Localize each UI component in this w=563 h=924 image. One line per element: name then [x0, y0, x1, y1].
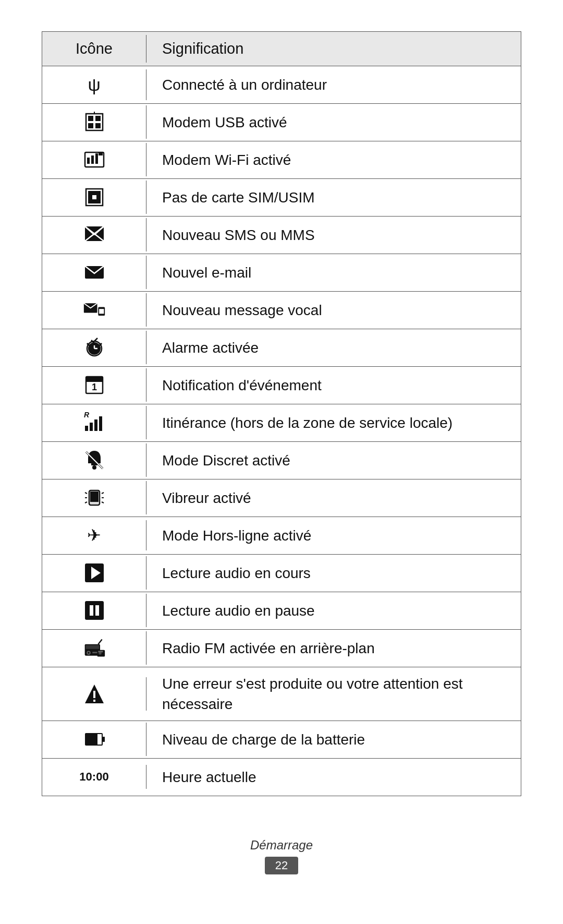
- description-modem-usb: Modem USB activé: [146, 106, 521, 139]
- svg-text:1: 1: [91, 382, 96, 392]
- icon-cell-play: [42, 556, 146, 590]
- voicemail-icon: [83, 298, 106, 321]
- svg-rect-40: [94, 419, 97, 431]
- header-signification-col: Signification: [146, 32, 521, 66]
- description-silent: Mode Discret activé: [146, 444, 521, 477]
- section-label: Démarrage: [250, 838, 313, 853]
- svg-rect-71: [93, 691, 95, 698]
- icon-cell-fm: [42, 631, 146, 665]
- icon-cell-sim: [42, 181, 146, 214]
- description-event: Notification d'événement: [146, 369, 521, 402]
- page-footer: Démarrage 22: [250, 838, 313, 874]
- description-sms: Nouveau SMS ou MMS: [146, 219, 521, 251]
- description-sim: Pas de carte SIM/USIM: [146, 181, 521, 214]
- sms-icon: [83, 223, 106, 246]
- description-alarm: Alarme activée: [146, 331, 521, 364]
- icon-cell-warning: [42, 677, 146, 711]
- icon-cell-sms: [42, 218, 146, 251]
- description-battery: Niveau de charge de la batterie: [146, 723, 521, 756]
- svg-rect-74: [103, 737, 105, 742]
- svg-rect-7: [87, 158, 90, 164]
- icon-reference-table: Icône Signification ψ Connecté à un ordi…: [42, 31, 521, 796]
- svg-rect-8: [91, 155, 94, 164]
- table-row: Alarme activée: [42, 329, 521, 367]
- icon-cell-airplane: ✈: [42, 520, 146, 550]
- description-time: Heure actuelle: [146, 761, 521, 794]
- description-voicemail: Nouveau message vocal: [146, 294, 521, 327]
- table-row: Nouvel e-mail: [42, 254, 521, 292]
- description-warning: Une erreur s'est produite ou votre atten…: [146, 667, 521, 721]
- icon-cell-usb: ψ: [42, 69, 146, 100]
- table-row: R Itinérance (hors de la zone de service…: [42, 404, 521, 442]
- icon-cell-wifi-modem: [42, 143, 146, 176]
- svg-point-44: [92, 465, 96, 470]
- email-icon: [83, 261, 106, 284]
- battery-icon: [83, 728, 106, 751]
- description-email: Nouvel e-mail: [146, 256, 521, 289]
- sim-icon: [83, 186, 106, 209]
- pause-icon: [83, 599, 106, 622]
- icon-cell-vibrate: [42, 481, 146, 514]
- table-row: Vibreur activé: [42, 479, 521, 517]
- warning-icon: [83, 682, 106, 705]
- svg-rect-60: [95, 605, 99, 616]
- icon-cell-alarm: [42, 331, 146, 364]
- svg-rect-13: [96, 191, 101, 195]
- description-pause: Lecture audio en pause: [146, 594, 521, 627]
- svg-rect-39: [90, 423, 93, 431]
- table-row: ψ Connecté à un ordinateur: [42, 66, 521, 104]
- svg-rect-4: [95, 123, 101, 128]
- description-play: Lecture audio en cours: [146, 557, 521, 590]
- svg-rect-17: [92, 199, 96, 203]
- svg-line-52: [102, 493, 104, 494]
- description-roaming: Itinérance (hors de la zone de service l…: [146, 406, 521, 439]
- roaming-icon: R: [83, 411, 106, 434]
- description-usb: Connecté à un ordinateur: [146, 68, 521, 101]
- icon-cell-roaming: R: [42, 406, 146, 439]
- icon-cell-email: [42, 256, 146, 289]
- icon-cell-time: 10:00: [42, 765, 146, 789]
- wifi-modem-icon: [83, 148, 106, 171]
- svg-rect-16: [92, 191, 96, 195]
- icon-cell-battery: [42, 723, 146, 756]
- svg-rect-14: [88, 199, 92, 203]
- table-row: Modem USB activé: [42, 104, 521, 141]
- header-signification-label: Signification: [162, 40, 243, 57]
- svg-rect-19: [96, 195, 101, 199]
- header-icon-label: Icône: [76, 40, 113, 57]
- table-row: Lecture audio en cours: [42, 555, 521, 592]
- description-vibrate: Vibreur activé: [146, 482, 521, 514]
- svg-point-64: [88, 652, 90, 654]
- svg-rect-55: [90, 491, 99, 502]
- alarm-icon: [83, 336, 106, 359]
- icon-cell-modem-usb: [42, 105, 146, 139]
- description-airplane: Mode Hors-ligne activé: [146, 519, 521, 552]
- svg-line-66: [98, 640, 102, 644]
- svg-rect-2: [88, 123, 93, 128]
- svg-rect-62: [85, 645, 99, 649]
- svg-rect-10: [99, 152, 103, 155]
- svg-rect-72: [93, 700, 95, 702]
- description-wifi-modem: Modem Wi-Fi activé: [146, 143, 521, 176]
- svg-line-54: [102, 502, 104, 503]
- svg-rect-1: [88, 116, 93, 121]
- svg-rect-18: [88, 195, 92, 199]
- svg-rect-9: [95, 153, 98, 164]
- table-row: 1 Notification d'événement: [42, 367, 521, 404]
- svg-rect-59: [90, 605, 93, 616]
- svg-line-49: [85, 493, 87, 494]
- svg-rect-15: [96, 199, 101, 203]
- table-row: ✈ Mode Hors-ligne activé: [42, 517, 521, 555]
- silent-icon: [83, 449, 106, 472]
- table-row: Pas de carte SIM/USIM: [42, 179, 521, 217]
- svg-rect-12: [88, 191, 92, 195]
- icon-cell-event: 1: [42, 368, 146, 402]
- svg-rect-58: [85, 601, 104, 620]
- svg-rect-41: [99, 416, 102, 431]
- icon-cell-voicemail: [42, 293, 146, 327]
- page-number: 22: [265, 857, 298, 874]
- time-icon: 10:00: [79, 770, 108, 784]
- fm-radio-icon: [83, 637, 106, 659]
- event-icon: 1: [83, 374, 106, 397]
- svg-rect-3: [95, 116, 101, 121]
